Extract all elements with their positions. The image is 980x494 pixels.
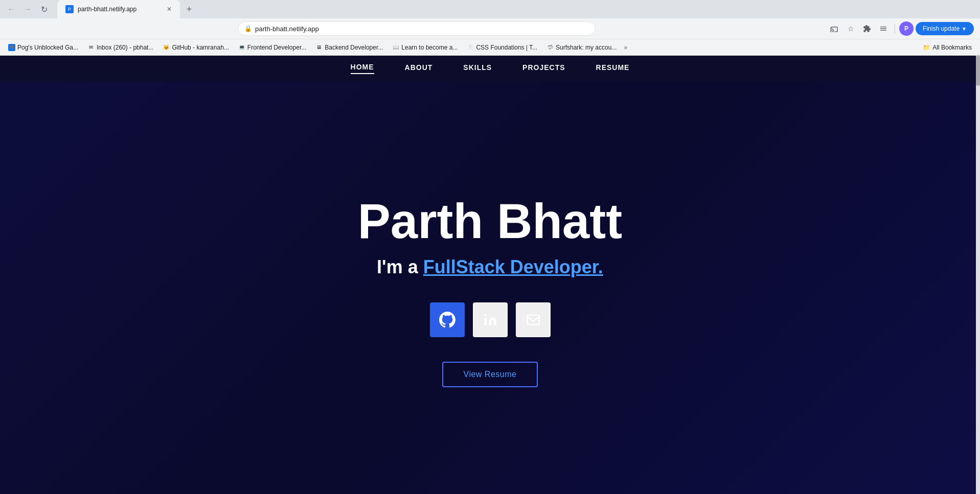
url-input[interactable]: 🔒 parth-bhatt.netlify.app [238,21,596,36]
linkedin-button[interactable] [473,302,508,337]
bookmark-item-0[interactable]: 🎮 Pog's Unblocked Ga... [4,42,82,53]
active-tab[interactable]: P parth-bhatt.netlify.app ✕ [57,0,180,18]
browser-chrome: ← → ↻ P parth-bhatt.netlify.app ✕ + 🔒 pa… [0,0,980,56]
bookmarks-overflow[interactable]: » [622,44,629,51]
bookmark-favicon-5: 📖 [392,44,399,51]
bookmark-favicon-1: ✉ [87,44,95,51]
bookmark-item-7[interactable]: 🦈 Surfshark: my accou... [542,42,621,53]
scrollbar-thumb[interactable] [976,55,980,86]
bookmark-icon-0: 🎮 [9,45,14,50]
secure-icon: 🔒 [244,25,252,32]
bookmark-item-6[interactable]: 🦷 CSS Foundations | T... [463,42,541,53]
hero-subtitle-prefix: I'm a [377,256,423,277]
bookmark-icon-5: 📖 [393,44,399,50]
hero-subtitle: I'm a FullStack Developer. [377,256,603,278]
bookmark-favicon-4: 🖥 [315,44,323,51]
bookmark-item-3[interactable]: 💻 Frontend Developer... [234,42,310,53]
view-resume-label: View Resume [464,370,517,379]
social-icons [430,302,551,337]
bookmark-icon-7: 🦈 [547,44,553,50]
nav-projects[interactable]: PROJECTS [522,63,565,74]
bookmark-label-1: Inbox (260) - pbhat... [97,44,153,51]
nav-skills[interactable]: SKILLS [463,63,492,74]
toolbar-divider [895,23,895,34]
bookmark-favicon-3: 💻 [238,44,245,51]
bookmark-favicon-7: 🦈 [546,44,554,51]
profile-button[interactable]: P [899,21,914,36]
folder-icon: 📁 [923,44,930,51]
tab-close-icon[interactable]: ✕ [167,6,172,13]
browser-controls: ← → ↻ [4,2,51,16]
extensions-icon[interactable] [860,21,874,36]
bookmarks-bar: 🎮 Pog's Unblocked Ga... ✉ Inbox (260) - … [0,39,980,55]
finish-update-button[interactable]: Finish update ▼ [916,22,974,35]
svg-rect-1 [527,315,539,324]
nav-about[interactable]: ABOUT [405,63,433,74]
bookmark-star-icon[interactable]: ☆ [844,21,858,36]
bookmark-favicon-6: 🦷 [467,44,474,51]
tab-favicon: P [65,5,74,13]
email-button[interactable] [516,302,551,337]
reload-button[interactable]: ↻ [37,2,51,16]
github-icon [439,312,455,328]
site-nav: HOME ABOUT SKILLS PROJECTS RESUME [0,56,980,81]
github-button[interactable] [430,302,465,337]
bookmark-item-1[interactable]: ✉ Inbox (260) - pbhat... [83,42,157,53]
bookmark-favicon-2: 🐱 [163,44,170,51]
bookmark-label-0: Pog's Unblocked Ga... [17,44,78,51]
address-bar-center: 🔒 parth-bhatt.netlify.app [10,21,823,36]
toolbar-icons: ☆ P Finish update ▼ [827,21,974,36]
bookmark-label-2: GitHub - kamranah... [172,44,229,51]
address-bar: 🔒 parth-bhatt.netlify.app ☆ P Finish upd… [0,18,980,39]
url-text: parth-bhatt.netlify.app [255,25,319,33]
bookmark-icon-3: 💻 [239,44,245,50]
new-tab-button[interactable]: + [182,2,196,16]
bookmark-label-4: Backend Developer... [325,44,383,51]
hero-subtitle-link[interactable]: FullStack Developer. [423,256,603,277]
email-icon [526,313,540,327]
bookmark-label-5: Learn to become a... [401,44,458,51]
linkedin-icon [483,313,497,327]
tab-bar: ← → ↻ P parth-bhatt.netlify.app ✕ + [0,0,980,18]
hero-name: Parth Bhatt [358,194,622,248]
forward-button[interactable]: → [20,2,35,16]
website-content: HOME ABOUT SKILLS PROJECTS RESUME Parth … [0,56,980,494]
nav-resume[interactable]: RESUME [596,63,630,74]
svg-point-0 [484,314,487,316]
all-bookmarks-label: All Bookmarks [932,44,972,51]
bookmark-favicon-0: 🎮 [8,44,15,51]
bookmark-icon-6: 🦷 [467,44,473,50]
chevron-down-icon: ▼ [962,26,967,32]
sidebar-icon[interactable] [876,21,891,36]
nav-home[interactable]: HOME [351,63,374,74]
tab-title: parth-bhatt.netlify.app [78,6,136,13]
cast-icon[interactable] [827,21,841,36]
bookmark-item-2[interactable]: 🐱 GitHub - kamranah... [158,42,233,53]
back-button[interactable]: ← [4,2,18,16]
bookmark-label-7: Surfshark: my accou... [556,44,617,51]
bookmark-icon-1: ✉ [89,44,93,50]
scrollbar[interactable] [976,55,980,494]
view-resume-button[interactable]: View Resume [442,362,538,387]
hero-section: Parth Bhatt I'm a FullStack Developer. [0,81,980,494]
bookmark-label-6: CSS Foundations | T... [476,44,537,51]
all-bookmarks-button[interactable]: 📁 All Bookmarks [919,42,976,53]
bookmark-icon-4: 🖥 [316,44,322,50]
bookmark-item-5[interactable]: 📖 Learn to become a... [388,42,462,53]
bookmark-label-3: Frontend Developer... [247,44,306,51]
bookmark-icon-2: 🐱 [163,44,169,50]
bookmark-item-4[interactable]: 🖥 Backend Developer... [311,42,387,53]
